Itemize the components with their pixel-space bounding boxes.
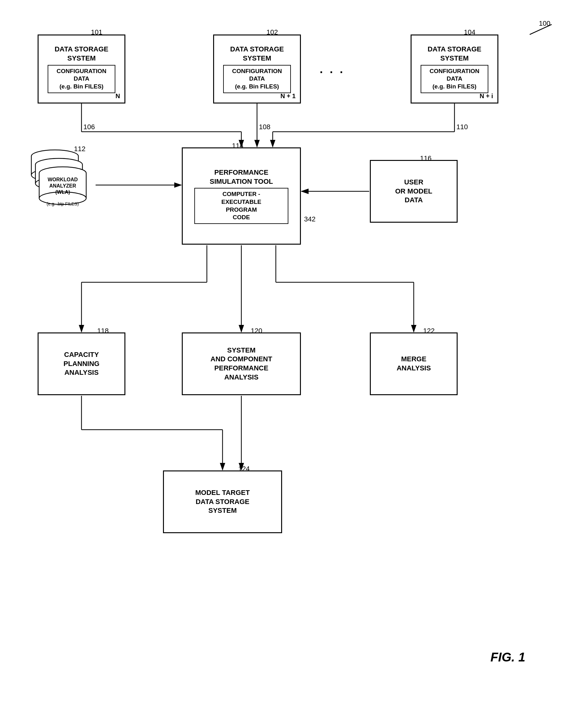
ellipsis: . . . — [320, 63, 345, 76]
svg-text:(WLA): (WLA) — [55, 189, 70, 195]
dss3-inner: CONFIGURATIONDATA(e.g. Bin FILES) — [421, 65, 488, 93]
mtdss-box: MODEL TARGETDATA STORAGESYSTEM — [163, 470, 282, 533]
ref-104: 104 — [464, 28, 476, 36]
cpa-box: CAPACITYPLANNINGANALYSIS — [38, 332, 125, 395]
ref-124: 124 — [238, 465, 250, 473]
pst-inner: COMPUTER -EXECUTABLEPROGRAMCODE — [194, 188, 289, 224]
ref-102: 102 — [267, 28, 278, 36]
dss1-instance: N — [115, 92, 120, 100]
svg-text:ANALYZER: ANALYZER — [49, 183, 76, 188]
dss3-instance: N + i — [480, 92, 493, 100]
dss1-label: DATA STORAGESYSTEM — [55, 45, 108, 63]
dss3-box: DATA STORAGESYSTEM CONFIGURATIONDATA(e.g… — [411, 35, 498, 103]
ref-342: 342 — [304, 215, 316, 223]
scpa-label: SYSTEMAND COMPONENTPERFORMANCEANALYSIS — [211, 346, 272, 382]
dss2-inner: CONFIGURATIONDATA(e.g. Bin FILES) — [223, 65, 291, 93]
pst-box: PERFORMANCESIMULATION TOOL COMPUTER -EXE… — [182, 147, 301, 245]
ref-116: 116 — [420, 154, 432, 162]
svg-text:106: 106 — [83, 123, 95, 131]
ref-100: 100 — [539, 19, 550, 27]
ref-112: 112 — [74, 145, 86, 153]
ma-box: MERGEANALYSIS — [370, 332, 458, 395]
ref-120: 120 — [251, 327, 262, 335]
dss2-label: DATA STORAGESYSTEM — [230, 45, 284, 63]
wla-cylinder-svg: WORKLOAD ANALYZER (WLA) (e.g. .btp FILES… — [25, 147, 94, 229]
mtdss-label: MODEL TARGETDATA STORAGESYSTEM — [195, 488, 250, 515]
dss1-inner: CONFIGURATIONDATA(e.g. Bin FILES) — [48, 65, 115, 93]
pst-label: PERFORMANCESIMULATION TOOL — [210, 168, 273, 186]
ma-label: MERGEANALYSIS — [397, 355, 430, 372]
svg-text:108: 108 — [259, 123, 271, 131]
ref-101: 101 — [91, 28, 103, 36]
dss2-instance: N + 1 — [280, 92, 296, 100]
ref-122: 122 — [423, 327, 435, 335]
dss2-box: DATA STORAGESYSTEM CONFIGURATIONDATA(e.g… — [213, 35, 301, 103]
diagram: 100 DATA STORAGESYSTEM CONFIGURATIONDATA… — [0, 0, 588, 727]
dss1-box: DATA STORAGESYSTEM CONFIGURATIONDATA(e.g… — [38, 35, 125, 103]
ref-114: 114 — [232, 142, 244, 150]
svg-text:(e.g. .btp FILES): (e.g. .btp FILES) — [47, 201, 79, 206]
umd-label: USEROR MODELDATA — [395, 178, 433, 205]
svg-text:WORKLOAD: WORKLOAD — [48, 177, 78, 182]
scpa-box: SYSTEMAND COMPONENTPERFORMANCEANALYSIS — [182, 332, 301, 395]
svg-text:110: 110 — [456, 123, 468, 131]
ref-118: 118 — [97, 327, 109, 335]
dss3-label: DATA STORAGESYSTEM — [427, 45, 481, 63]
figure-label: FIG. 1 — [490, 650, 525, 664]
umd-box: USEROR MODELDATA — [370, 160, 458, 223]
cpa-label: CAPACITYPLANNINGANALYSIS — [64, 350, 100, 377]
